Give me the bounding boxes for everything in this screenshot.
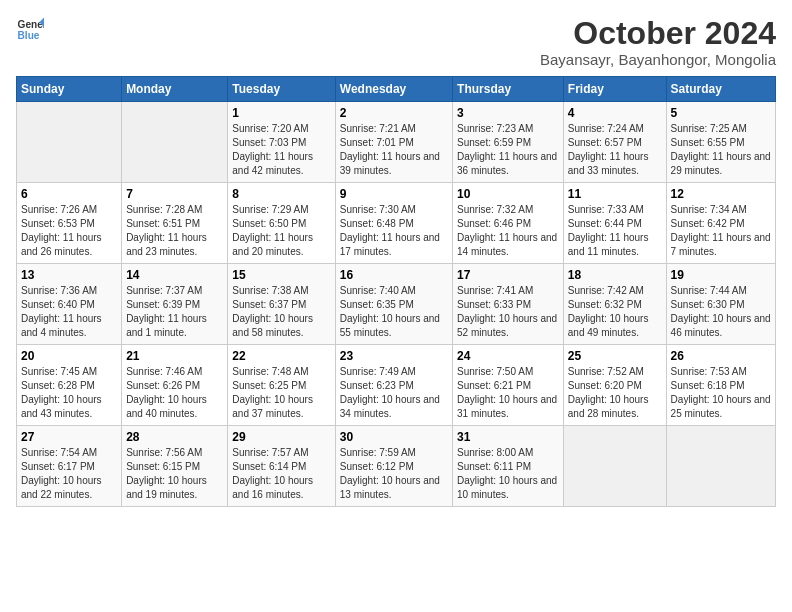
- day-cell: 13Sunrise: 7:36 AM Sunset: 6:40 PM Dayli…: [17, 264, 122, 345]
- day-cell: 14Sunrise: 7:37 AM Sunset: 6:39 PM Dayli…: [122, 264, 228, 345]
- day-info: Sunrise: 7:56 AM Sunset: 6:15 PM Dayligh…: [126, 446, 223, 502]
- week-row-2: 6Sunrise: 7:26 AM Sunset: 6:53 PM Daylig…: [17, 183, 776, 264]
- header-cell-sunday: Sunday: [17, 77, 122, 102]
- day-info: Sunrise: 7:59 AM Sunset: 6:12 PM Dayligh…: [340, 446, 448, 502]
- day-info: Sunrise: 7:49 AM Sunset: 6:23 PM Dayligh…: [340, 365, 448, 421]
- day-cell: [17, 102, 122, 183]
- day-number: 25: [568, 349, 662, 363]
- day-number: 18: [568, 268, 662, 282]
- header-cell-saturday: Saturday: [666, 77, 775, 102]
- day-cell: 1Sunrise: 7:20 AM Sunset: 7:03 PM Daylig…: [228, 102, 335, 183]
- header-cell-thursday: Thursday: [453, 77, 564, 102]
- day-info: Sunrise: 7:41 AM Sunset: 6:33 PM Dayligh…: [457, 284, 559, 340]
- day-info: Sunrise: 7:42 AM Sunset: 6:32 PM Dayligh…: [568, 284, 662, 340]
- day-cell: [666, 426, 775, 507]
- day-cell: 7Sunrise: 7:28 AM Sunset: 6:51 PM Daylig…: [122, 183, 228, 264]
- day-number: 4: [568, 106, 662, 120]
- title-block: October 2024 Bayansayr, Bayanhongor, Mon…: [540, 16, 776, 68]
- day-info: Sunrise: 7:20 AM Sunset: 7:03 PM Dayligh…: [232, 122, 330, 178]
- day-number: 31: [457, 430, 559, 444]
- day-cell: 2Sunrise: 7:21 AM Sunset: 7:01 PM Daylig…: [335, 102, 452, 183]
- week-row-5: 27Sunrise: 7:54 AM Sunset: 6:17 PM Dayli…: [17, 426, 776, 507]
- header-cell-friday: Friday: [563, 77, 666, 102]
- day-cell: 21Sunrise: 7:46 AM Sunset: 6:26 PM Dayli…: [122, 345, 228, 426]
- day-info: Sunrise: 7:25 AM Sunset: 6:55 PM Dayligh…: [671, 122, 771, 178]
- day-cell: 24Sunrise: 7:50 AM Sunset: 6:21 PM Dayli…: [453, 345, 564, 426]
- calendar-header: SundayMondayTuesdayWednesdayThursdayFrid…: [17, 77, 776, 102]
- day-info: Sunrise: 7:34 AM Sunset: 6:42 PM Dayligh…: [671, 203, 771, 259]
- page-header: General Blue October 2024 Bayansayr, Bay…: [16, 16, 776, 68]
- day-info: Sunrise: 7:30 AM Sunset: 6:48 PM Dayligh…: [340, 203, 448, 259]
- day-info: Sunrise: 7:50 AM Sunset: 6:21 PM Dayligh…: [457, 365, 559, 421]
- day-cell: 20Sunrise: 7:45 AM Sunset: 6:28 PM Dayli…: [17, 345, 122, 426]
- day-cell: 10Sunrise: 7:32 AM Sunset: 6:46 PM Dayli…: [453, 183, 564, 264]
- day-number: 3: [457, 106, 559, 120]
- day-cell: 8Sunrise: 7:29 AM Sunset: 6:50 PM Daylig…: [228, 183, 335, 264]
- day-cell: 6Sunrise: 7:26 AM Sunset: 6:53 PM Daylig…: [17, 183, 122, 264]
- day-info: Sunrise: 7:46 AM Sunset: 6:26 PM Dayligh…: [126, 365, 223, 421]
- day-info: Sunrise: 7:33 AM Sunset: 6:44 PM Dayligh…: [568, 203, 662, 259]
- day-cell: 12Sunrise: 7:34 AM Sunset: 6:42 PM Dayli…: [666, 183, 775, 264]
- day-info: Sunrise: 8:00 AM Sunset: 6:11 PM Dayligh…: [457, 446, 559, 502]
- day-number: 10: [457, 187, 559, 201]
- day-info: Sunrise: 7:48 AM Sunset: 6:25 PM Dayligh…: [232, 365, 330, 421]
- day-cell: 22Sunrise: 7:48 AM Sunset: 6:25 PM Dayli…: [228, 345, 335, 426]
- day-number: 5: [671, 106, 771, 120]
- day-cell: 3Sunrise: 7:23 AM Sunset: 6:59 PM Daylig…: [453, 102, 564, 183]
- day-number: 8: [232, 187, 330, 201]
- day-info: Sunrise: 7:44 AM Sunset: 6:30 PM Dayligh…: [671, 284, 771, 340]
- logo-icon: General Blue: [16, 16, 44, 44]
- day-info: Sunrise: 7:26 AM Sunset: 6:53 PM Dayligh…: [21, 203, 117, 259]
- day-cell: 23Sunrise: 7:49 AM Sunset: 6:23 PM Dayli…: [335, 345, 452, 426]
- day-info: Sunrise: 7:29 AM Sunset: 6:50 PM Dayligh…: [232, 203, 330, 259]
- day-cell: 31Sunrise: 8:00 AM Sunset: 6:11 PM Dayli…: [453, 426, 564, 507]
- day-number: 11: [568, 187, 662, 201]
- day-cell: 5Sunrise: 7:25 AM Sunset: 6:55 PM Daylig…: [666, 102, 775, 183]
- day-cell: 28Sunrise: 7:56 AM Sunset: 6:15 PM Dayli…: [122, 426, 228, 507]
- week-row-3: 13Sunrise: 7:36 AM Sunset: 6:40 PM Dayli…: [17, 264, 776, 345]
- day-cell: 29Sunrise: 7:57 AM Sunset: 6:14 PM Dayli…: [228, 426, 335, 507]
- header-cell-wednesday: Wednesday: [335, 77, 452, 102]
- svg-text:Blue: Blue: [18, 30, 40, 41]
- header-row: SundayMondayTuesdayWednesdayThursdayFrid…: [17, 77, 776, 102]
- day-info: Sunrise: 7:53 AM Sunset: 6:18 PM Dayligh…: [671, 365, 771, 421]
- day-info: Sunrise: 7:52 AM Sunset: 6:20 PM Dayligh…: [568, 365, 662, 421]
- day-number: 9: [340, 187, 448, 201]
- day-info: Sunrise: 7:45 AM Sunset: 6:28 PM Dayligh…: [21, 365, 117, 421]
- day-cell: 11Sunrise: 7:33 AM Sunset: 6:44 PM Dayli…: [563, 183, 666, 264]
- day-number: 20: [21, 349, 117, 363]
- day-number: 22: [232, 349, 330, 363]
- day-cell: 25Sunrise: 7:52 AM Sunset: 6:20 PM Dayli…: [563, 345, 666, 426]
- calendar-table: SundayMondayTuesdayWednesdayThursdayFrid…: [16, 76, 776, 507]
- day-cell: 18Sunrise: 7:42 AM Sunset: 6:32 PM Dayli…: [563, 264, 666, 345]
- day-number: 6: [21, 187, 117, 201]
- day-info: Sunrise: 7:21 AM Sunset: 7:01 PM Dayligh…: [340, 122, 448, 178]
- day-number: 12: [671, 187, 771, 201]
- day-number: 14: [126, 268, 223, 282]
- day-number: 1: [232, 106, 330, 120]
- day-info: Sunrise: 7:28 AM Sunset: 6:51 PM Dayligh…: [126, 203, 223, 259]
- day-cell: 26Sunrise: 7:53 AM Sunset: 6:18 PM Dayli…: [666, 345, 775, 426]
- day-cell: 16Sunrise: 7:40 AM Sunset: 6:35 PM Dayli…: [335, 264, 452, 345]
- day-cell: [563, 426, 666, 507]
- day-info: Sunrise: 7:57 AM Sunset: 6:14 PM Dayligh…: [232, 446, 330, 502]
- day-info: Sunrise: 7:37 AM Sunset: 6:39 PM Dayligh…: [126, 284, 223, 340]
- day-info: Sunrise: 7:24 AM Sunset: 6:57 PM Dayligh…: [568, 122, 662, 178]
- day-number: 17: [457, 268, 559, 282]
- header-cell-monday: Monday: [122, 77, 228, 102]
- day-number: 19: [671, 268, 771, 282]
- subtitle: Bayansayr, Bayanhongor, Mongolia: [540, 51, 776, 68]
- day-number: 23: [340, 349, 448, 363]
- day-info: Sunrise: 7:54 AM Sunset: 6:17 PM Dayligh…: [21, 446, 117, 502]
- week-row-1: 1Sunrise: 7:20 AM Sunset: 7:03 PM Daylig…: [17, 102, 776, 183]
- day-cell: 4Sunrise: 7:24 AM Sunset: 6:57 PM Daylig…: [563, 102, 666, 183]
- day-number: 2: [340, 106, 448, 120]
- day-number: 24: [457, 349, 559, 363]
- day-cell: 15Sunrise: 7:38 AM Sunset: 6:37 PM Dayli…: [228, 264, 335, 345]
- day-number: 15: [232, 268, 330, 282]
- calendar-body: 1Sunrise: 7:20 AM Sunset: 7:03 PM Daylig…: [17, 102, 776, 507]
- day-info: Sunrise: 7:38 AM Sunset: 6:37 PM Dayligh…: [232, 284, 330, 340]
- main-title: October 2024: [540, 16, 776, 51]
- day-cell: 17Sunrise: 7:41 AM Sunset: 6:33 PM Dayli…: [453, 264, 564, 345]
- day-info: Sunrise: 7:23 AM Sunset: 6:59 PM Dayligh…: [457, 122, 559, 178]
